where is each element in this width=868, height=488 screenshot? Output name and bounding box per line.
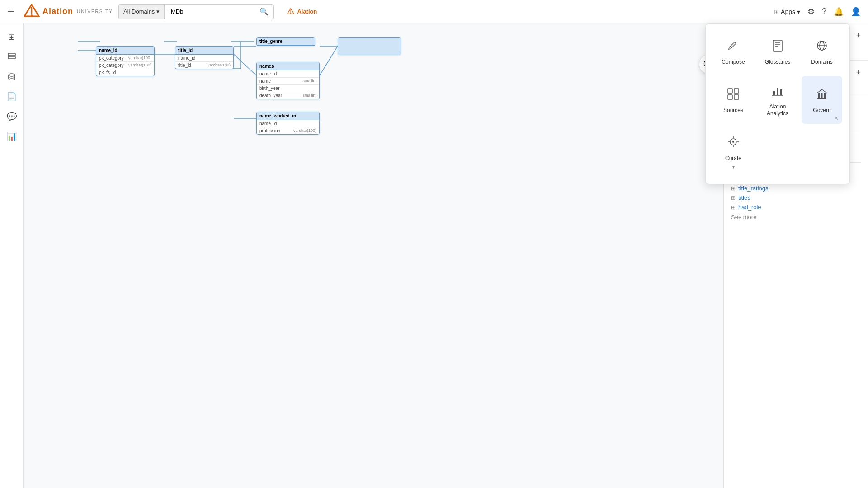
erd-table-names-row: name_id bbox=[257, 70, 319, 78]
app-domains[interactable]: Domains bbox=[802, 31, 842, 72]
svg-point-5 bbox=[290, 13, 291, 14]
chevron-down-icon: ▾ bbox=[797, 8, 800, 15]
svg-rect-32 bbox=[734, 95, 739, 99]
erd-table-names-row: birth_year bbox=[257, 85, 319, 92]
help-icon[interactable]: ? bbox=[822, 7, 826, 16]
sources-label: Sources bbox=[723, 107, 743, 113]
apps-button[interactable]: ⊞ Apps ▾ bbox=[774, 8, 800, 15]
ref-item-titles[interactable]: ⊞ titles bbox=[731, 193, 861, 202]
app-analytics[interactable]: Alation Analytics bbox=[757, 76, 798, 124]
hamburger-menu[interactable]: ☰ bbox=[7, 7, 14, 17]
erd-table-1-row: pk_categoryvarchar(100) bbox=[96, 62, 154, 69]
logo-icon bbox=[24, 4, 40, 20]
erd-diagram[interactable]: name_id pk_categoryvarchar(100) pk_categ… bbox=[24, 23, 723, 488]
compose-icon bbox=[726, 38, 741, 56]
erd-table-4[interactable] bbox=[338, 37, 401, 55]
curate-chevron: ▾ bbox=[732, 164, 735, 169]
table-icon: ⊞ bbox=[731, 204, 736, 211]
govern-icon bbox=[815, 87, 829, 104]
sidebar-item-catalog[interactable] bbox=[4, 49, 20, 65]
erd-table-names-header: names bbox=[257, 62, 319, 70]
table-icon: ⊞ bbox=[731, 195, 736, 201]
erd-table-2-header: title_id bbox=[175, 47, 233, 55]
sidebar-item-data[interactable] bbox=[4, 69, 20, 85]
search-icon[interactable]: 🔍 bbox=[255, 7, 273, 16]
app-sources[interactable]: Sources bbox=[713, 76, 754, 124]
sources-icon bbox=[726, 87, 741, 104]
svg-point-2 bbox=[31, 14, 33, 16]
app-govern[interactable]: Govern ↖ bbox=[802, 76, 842, 124]
svg-point-42 bbox=[732, 141, 734, 143]
erd-table-2-row: name_id bbox=[175, 55, 233, 62]
ref-item-had-role[interactable]: ⊞ had_role bbox=[731, 202, 861, 212]
search-bar: All Domains ▾ 🔍 bbox=[118, 4, 274, 19]
erd-table-names-row: death_yearsmallint bbox=[257, 92, 319, 99]
svg-rect-30 bbox=[734, 89, 739, 93]
sidebar-item-search[interactable]: ⊞ bbox=[4, 29, 20, 45]
analytics-icon bbox=[770, 83, 785, 101]
curate-icon bbox=[726, 135, 741, 152]
svg-rect-34 bbox=[777, 88, 778, 95]
erd-table-worked-in-header: name_worked_in bbox=[257, 112, 319, 120]
erd-table-4-header bbox=[338, 38, 401, 55]
erd-table-worked-in[interactable]: name_worked_in name_id professionvarchar… bbox=[256, 112, 320, 135]
ref-item-label: titles bbox=[738, 194, 750, 201]
nav-brand: Alation bbox=[286, 8, 317, 15]
nav-right: ⊞ Apps ▾ ⚙ ? 🔔 👤 bbox=[774, 7, 861, 17]
compose-label: Compose bbox=[722, 59, 745, 65]
settings-icon[interactable]: ⚙ bbox=[807, 7, 815, 17]
govern-label: Govern bbox=[813, 107, 830, 113]
svg-rect-6 bbox=[8, 53, 15, 56]
analytics-label: Alation Analytics bbox=[761, 103, 794, 117]
domain-select[interactable]: All Domains ▾ bbox=[119, 5, 165, 19]
erd-table-1-header: name_id bbox=[96, 47, 154, 55]
grid-icon: ⊞ bbox=[774, 8, 779, 15]
erd-table-1-row: pk_fs_id bbox=[96, 69, 154, 76]
children-add-button[interactable]: + bbox=[856, 31, 861, 40]
attachments-add-button[interactable]: + bbox=[856, 68, 861, 77]
erd-table-names-row: namesmallint bbox=[257, 78, 319, 85]
app-glossaries[interactable]: Glossaries bbox=[757, 31, 798, 72]
ref-item-label: title_ratings bbox=[738, 185, 768, 192]
apps-dropdown: Compose Glossaries Domains bbox=[705, 23, 850, 184]
domains-icon bbox=[815, 38, 829, 56]
erd-table-1-row: pk_categoryvarchar(100) bbox=[96, 55, 154, 62]
ref-item-title-ratings[interactable]: ⊞ title_ratings bbox=[731, 183, 861, 193]
svg-line-20 bbox=[320, 46, 338, 75]
top-nav: ☰ Alation UNIVERSITY All Domains ▾ 🔍 Ala… bbox=[0, 0, 868, 23]
svg-rect-22 bbox=[773, 40, 782, 51]
sidebar-item-documents[interactable]: 📄 bbox=[4, 89, 20, 105]
svg-rect-33 bbox=[773, 91, 775, 95]
search-input[interactable] bbox=[165, 8, 255, 15]
glossaries-icon bbox=[770, 38, 785, 56]
app-curate[interactable]: Curate ▾ bbox=[713, 127, 754, 176]
svg-rect-35 bbox=[780, 89, 782, 95]
erd-table-2[interactable]: title_id name_id title_idvarchar(100) bbox=[175, 46, 234, 69]
sidebar-item-conversations[interactable]: 💬 bbox=[4, 108, 20, 125]
svg-rect-29 bbox=[728, 89, 732, 93]
cursor-indicator: ↖ bbox=[835, 116, 839, 121]
erd-table-names[interactable]: names name_id namesmallint birth_year de… bbox=[256, 62, 320, 99]
notifications-icon[interactable]: 🔔 bbox=[834, 7, 844, 17]
see-more-button[interactable]: See more bbox=[731, 212, 861, 222]
erd-table-3-header: title_genre bbox=[257, 38, 315, 46]
app-compose[interactable]: Compose bbox=[713, 31, 754, 72]
main-content: name_id pk_categoryvarchar(100) pk_categ… bbox=[24, 23, 723, 488]
ref-item-label: had_role bbox=[738, 204, 761, 211]
glossaries-label: Glossaries bbox=[765, 59, 791, 65]
sidebar-item-analytics[interactable]: 📊 bbox=[4, 128, 20, 145]
brand-logo-icon bbox=[286, 8, 295, 15]
svg-line-17 bbox=[234, 54, 256, 75]
erd-table-worked-in-row: name_id bbox=[257, 120, 319, 127]
logo-sub: UNIVERSITY bbox=[77, 9, 113, 14]
logo: Alation UNIVERSITY bbox=[24, 4, 113, 20]
erd-table-2-row: title_idvarchar(100) bbox=[175, 62, 233, 69]
erd-table-1[interactable]: name_id pk_categoryvarchar(100) pk_categ… bbox=[96, 46, 155, 76]
svg-rect-40 bbox=[817, 98, 826, 99]
left-sidebar: ⊞ 📄 💬 📊 bbox=[0, 23, 24, 488]
domains-label: Domains bbox=[811, 59, 832, 65]
svg-rect-7 bbox=[8, 56, 15, 59]
user-avatar[interactable]: 👤 bbox=[851, 7, 861, 17]
erd-table-3[interactable]: title_genre bbox=[256, 37, 315, 46]
logo-text: Alation bbox=[42, 7, 73, 16]
